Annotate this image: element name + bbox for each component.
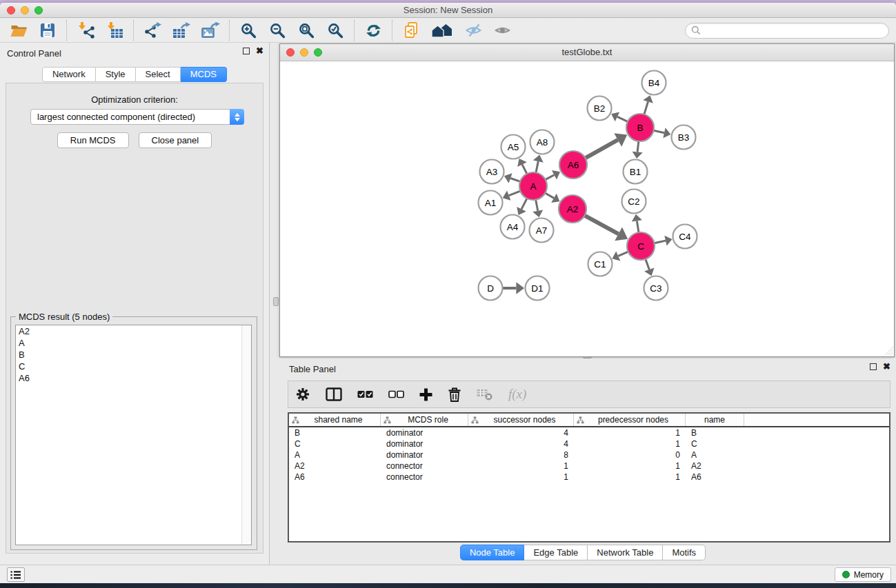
resize-grip-icon[interactable] <box>884 346 893 356</box>
graph-node-B3[interactable]: B3 <box>672 125 696 150</box>
search-field[interactable] <box>685 23 889 39</box>
float-panel-icon[interactable] <box>243 48 250 54</box>
result-item-a6[interactable]: A6 <box>16 372 251 384</box>
task-history-button[interactable] <box>7 567 25 582</box>
vertical-split-handle[interactable] <box>273 297 279 306</box>
graph-node-B4[interactable]: B4 <box>642 71 666 95</box>
cell[interactable]: C <box>686 439 744 449</box>
cell[interactable]: connector <box>381 461 468 471</box>
graph-node-C2[interactable]: C2 <box>622 190 646 214</box>
tab-select[interactable]: Select <box>136 67 181 82</box>
edge-A-A6[interactable] <box>546 175 555 180</box>
cell[interactable]: A6 <box>686 472 744 482</box>
mcds-result-list[interactable]: A2ABCA6 <box>15 325 252 545</box>
criterion-dropdown[interactable]: largest connected component (directed) <box>30 109 244 125</box>
graph-node-C1[interactable]: C1 <box>588 252 613 276</box>
network-window-titlebar[interactable]: testGlobe.txt <box>280 44 894 61</box>
export-table-button[interactable] <box>170 20 193 41</box>
cell[interactable]: 8 <box>468 450 574 460</box>
tab-style[interactable]: Style <box>96 67 136 82</box>
zoom-out-button[interactable] <box>266 20 289 41</box>
tab-network[interactable]: Network <box>42 67 96 82</box>
cell[interactable]: 1 <box>468 472 574 482</box>
edge-A-A3[interactable] <box>510 178 520 181</box>
function-builder-button[interactable]: f(x) <box>508 387 526 402</box>
edge-A-A2[interactable] <box>545 193 554 198</box>
save-session-button[interactable] <box>36 20 59 41</box>
graph-node-B[interactable]: B <box>626 114 654 141</box>
graph-node-D1[interactable]: D1 <box>526 276 550 301</box>
cell[interactable]: 1 <box>574 428 686 438</box>
open-session-button[interactable] <box>7 20 30 41</box>
graph-node-A[interactable]: A <box>519 172 547 200</box>
cell[interactable]: A <box>289 450 381 460</box>
result-item-b[interactable]: B <box>16 349 251 361</box>
split-columns-button[interactable] <box>326 387 342 401</box>
zoom-selected-button[interactable] <box>323 20 347 41</box>
graph-node-A5[interactable]: A5 <box>501 135 526 159</box>
minimize-window-button[interactable] <box>21 6 29 14</box>
edge-A-A7[interactable] <box>536 200 538 211</box>
edge-A-A1[interactable] <box>509 191 521 195</box>
show-home-panels-button[interactable] <box>428 20 456 41</box>
edge-A2-C[interactable] <box>585 216 619 234</box>
edge-C-C1[interactable] <box>618 252 628 256</box>
graph-node-B2[interactable]: B2 <box>588 97 612 121</box>
column-header-MCDS-role[interactable]: MCDS role <box>381 414 468 426</box>
cell[interactable]: A2 <box>686 461 744 471</box>
close-panel-button[interactable]: Close panel <box>139 132 212 148</box>
graph-node-D[interactable]: D <box>479 276 503 301</box>
run-mcds-button[interactable]: Run MCDS <box>57 132 129 148</box>
new-network-from-selection-button[interactable] <box>399 20 423 41</box>
table-row-B[interactable]: Bdominator41B <box>289 427 889 438</box>
tab-mcds[interactable]: MCDS <box>181 67 227 82</box>
edge-C-C2[interactable] <box>637 221 639 232</box>
edge-A-A5[interactable] <box>522 165 527 174</box>
table-row-C[interactable]: Cdominator41C <box>289 438 889 449</box>
hide-selected-button[interactable] <box>461 20 485 41</box>
graph-node-A1[interactable]: A1 <box>479 191 503 215</box>
network-maximize-button[interactable] <box>314 48 322 57</box>
graph-node-B1[interactable]: B1 <box>624 160 648 184</box>
table-row-A2[interactable]: A2connector11A2 <box>289 460 889 472</box>
result-item-c[interactable]: C <box>16 361 251 372</box>
cell[interactable]: connector <box>381 472 468 482</box>
cell[interactable]: 4 <box>468 428 574 438</box>
table-row-A[interactable]: Adominator80A <box>289 449 889 460</box>
import-network-button[interactable] <box>74 20 97 41</box>
export-network-button[interactable] <box>141 20 164 41</box>
cell[interactable]: dominator <box>381 439 468 449</box>
cell[interactable]: B <box>686 428 744 438</box>
show-all-button[interactable] <box>490 20 514 41</box>
cell[interactable]: A <box>686 450 744 460</box>
zoom-fit-button[interactable] <box>295 20 318 41</box>
graph-node-A4[interactable]: A4 <box>501 215 525 239</box>
close-window-button[interactable] <box>7 6 15 14</box>
search-input[interactable] <box>701 26 883 35</box>
column-header-shared-name[interactable]: shared name <box>289 414 381 426</box>
network-canvas[interactable]: B4B2BB3A5A8A6A3B1AA1C2A2A4A7C4CC1C3DD1 <box>280 62 894 356</box>
close-panel-icon[interactable]: ✖ <box>256 48 263 54</box>
edge-A-A8[interactable] <box>536 161 538 172</box>
cell[interactable]: 4 <box>468 439 574 449</box>
tab-network-table[interactable]: Network Table <box>588 545 663 560</box>
tab-edge-table[interactable]: Edge Table <box>524 545 588 560</box>
edge-C-C3[interactable] <box>646 259 649 270</box>
graph-node-A7[interactable]: A7 <box>530 219 554 243</box>
graph-node-A3[interactable]: A3 <box>480 160 504 184</box>
cell[interactable]: 0 <box>574 450 686 460</box>
network-graph[interactable]: B4B2BB3A5A8A6A3B1AA1C2A2A4A7C4CC1C3DD1 <box>280 62 894 358</box>
graph-node-A6[interactable]: A6 <box>559 151 587 179</box>
float-table-panel-icon[interactable] <box>870 363 877 370</box>
memory-button[interactable]: Memory <box>835 567 891 582</box>
select-all-columns-button[interactable] <box>357 390 373 398</box>
result-item-a2[interactable]: A2 <box>16 325 251 337</box>
edge-A6-B[interactable] <box>585 140 617 158</box>
table-row-A6[interactable]: A6connector11A6 <box>289 472 889 483</box>
edge-B-B3[interactable] <box>654 130 664 132</box>
delete-table-button[interactable] <box>477 388 493 401</box>
unselect-all-columns-button[interactable] <box>388 390 404 398</box>
column-header-predecessor-nodes[interactable]: predecessor nodes <box>574 414 686 426</box>
edge-C-C4[interactable] <box>655 241 666 243</box>
cell[interactable]: B <box>289 428 381 438</box>
